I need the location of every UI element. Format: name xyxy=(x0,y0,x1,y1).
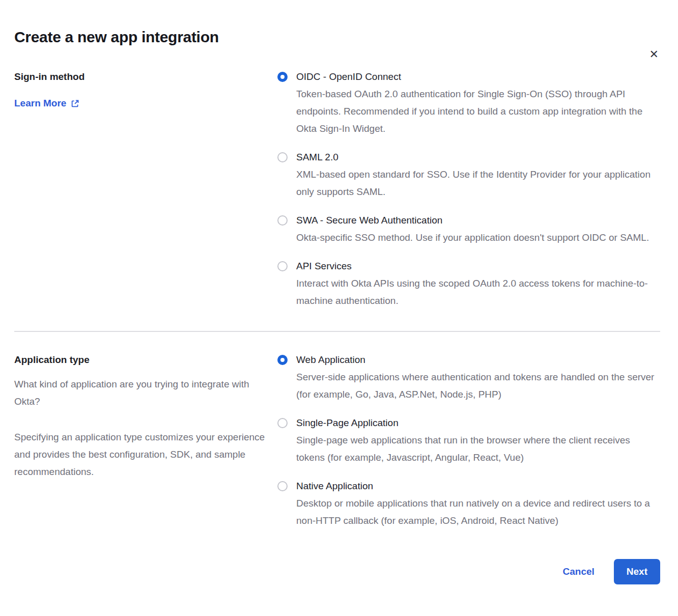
section-divider xyxy=(14,331,660,332)
learn-more-link[interactable]: Learn More xyxy=(14,98,79,109)
radio-option-native-application[interactable]: Native Application Desktop or mobile app… xyxy=(277,478,660,529)
radio-option-swa[interactable]: SWA - Secure Web Authentication Okta-spe… xyxy=(277,212,660,246)
option-description-swa: Okta-specific SSO method. Use if your ap… xyxy=(296,229,660,246)
radio-option-oidc[interactable]: OIDC - OpenID Connect Token-based OAuth … xyxy=(277,68,660,137)
application-type-left-column: Application type What kind of applicatio… xyxy=(14,351,277,481)
application-type-label: Application type xyxy=(14,352,265,368)
radio-icon-native-application[interactable] xyxy=(277,481,288,491)
option-description-native-application: Desktop or mobile applications that run … xyxy=(296,495,660,529)
option-label-api-services: API Services xyxy=(296,258,660,275)
application-type-description-2: Specifying an application type customize… xyxy=(14,429,265,481)
signin-method-section: Sign-in method Learn More OIDC - OpenID … xyxy=(14,68,660,321)
radio-icon-saml[interactable] xyxy=(277,152,288,162)
learn-more-label: Learn More xyxy=(14,98,66,109)
external-link-icon xyxy=(71,99,79,108)
option-description-oidc: Token-based OAuth 2.0 authentication for… xyxy=(296,86,660,137)
option-description-web-application: Server-side applications where authentic… xyxy=(296,369,660,403)
radio-option-saml[interactable]: SAML 2.0 XML-based open standard for SSO… xyxy=(277,149,660,201)
option-label-oidc: OIDC - OpenID Connect xyxy=(296,68,660,86)
radio-option-web-application[interactable]: Web Application Server-side applications… xyxy=(277,351,660,403)
page-title: Create a new app integration xyxy=(14,29,660,46)
option-label-native-application: Native Application xyxy=(296,478,660,495)
signin-method-options: OIDC - OpenID Connect Token-based OAuth … xyxy=(277,68,660,321)
application-type-options: Web Application Server-side applications… xyxy=(277,351,660,541)
radio-option-api-services[interactable]: API Services Interact with Okta APIs usi… xyxy=(277,258,660,310)
option-description-saml: XML-based open standard for SSO. Use if … xyxy=(296,166,660,201)
radio-option-single-page-application[interactable]: Single-Page Application Single-page web … xyxy=(277,414,660,466)
application-type-section: Application type What kind of applicatio… xyxy=(14,351,660,541)
radio-icon-swa[interactable] xyxy=(277,215,288,226)
radio-icon-api-services[interactable] xyxy=(277,261,288,271)
application-type-description-1: What kind of application are you trying … xyxy=(14,376,265,410)
create-app-integration-dialog: ✕ Create a new app integration Sign-in m… xyxy=(0,29,678,616)
dialog-footer: Cancel Next xyxy=(14,559,660,584)
radio-icon-single-page-application[interactable] xyxy=(277,418,288,428)
option-label-single-page-application: Single-Page Application xyxy=(296,414,660,432)
option-label-swa: SWA - Secure Web Authentication xyxy=(296,212,660,229)
option-description-api-services: Interact with Okta APIs using the scoped… xyxy=(296,275,660,310)
option-label-web-application: Web Application xyxy=(296,351,660,369)
signin-method-label: Sign-in method xyxy=(14,69,265,85)
option-label-saml: SAML 2.0 xyxy=(296,149,660,166)
cancel-button[interactable]: Cancel xyxy=(563,566,595,577)
option-description-single-page-application: Single-page web applications that run in… xyxy=(296,432,660,466)
close-icon[interactable]: ✕ xyxy=(647,47,661,62)
radio-icon-oidc[interactable] xyxy=(277,72,288,82)
next-button[interactable]: Next xyxy=(614,559,660,584)
radio-icon-web-application[interactable] xyxy=(277,355,288,365)
signin-method-left-column: Sign-in method Learn More xyxy=(14,68,277,109)
